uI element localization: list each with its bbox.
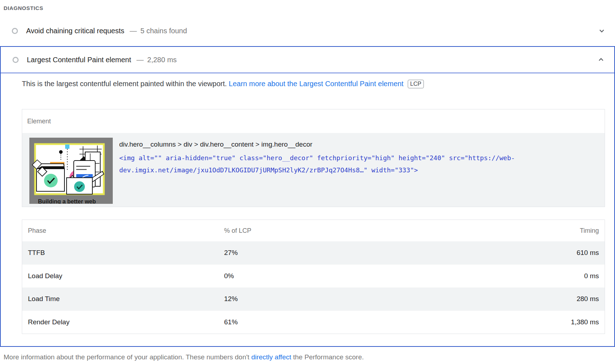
audit-separator: — bbox=[130, 27, 137, 35]
node-snippet-line-2: dev.imgix.net/image/jxu1OdD7LKOGIDU7jURM… bbox=[119, 164, 515, 176]
phase-percent: 0% bbox=[224, 272, 520, 280]
description-text: This is the largest contentful element p… bbox=[22, 80, 229, 88]
phase-label: TTFB bbox=[28, 249, 224, 257]
phase-percent: 12% bbox=[224, 295, 520, 303]
element-card-header: Element bbox=[22, 109, 605, 133]
column-header-timing: Timing bbox=[520, 227, 599, 235]
directly-affect-link[interactable]: directly affect bbox=[251, 353, 291, 361]
informative-ring-icon bbox=[12, 28, 18, 34]
node-info: div.hero__columns > div > div.hero__cont… bbox=[119, 138, 515, 176]
chevron-up-icon[interactable] bbox=[597, 56, 605, 64]
informative-ring-icon bbox=[13, 57, 19, 63]
node-selector: div.hero__columns > div > div.hero__cont… bbox=[119, 140, 515, 149]
thumbnail-caption: Building a better web bbox=[38, 198, 96, 204]
diagnostics-heading: DIAGNOSTICS bbox=[0, 0, 615, 11]
element-card-content: Building a better web div.hero__columns … bbox=[22, 133, 605, 207]
audit-display-value: 5 chains found bbox=[140, 27, 187, 35]
audit-title: Largest Contentful Paint element bbox=[27, 56, 131, 64]
lcp-audit-panel: Largest Contentful Paint element — 2,280… bbox=[0, 46, 615, 347]
phase-label: Load Delay bbox=[28, 272, 224, 280]
phase-percent: 61% bbox=[224, 318, 520, 326]
lcp-element-thumbnail: Building a better web bbox=[29, 138, 113, 204]
lcp-chip: LCP bbox=[408, 80, 424, 88]
phase-table-header: Phase % of LCP Timing bbox=[22, 220, 605, 241]
learn-more-link[interactable]: Learn more about the Largest Contentful … bbox=[229, 80, 403, 88]
footer-text-before: More information about the performance o… bbox=[4, 353, 251, 361]
footer-text-after: the Performance score. bbox=[291, 353, 364, 361]
diagnostics-footer-note: More information about the performance o… bbox=[4, 353, 615, 361]
column-header-percent: % of LCP bbox=[224, 227, 520, 235]
phase-table-row: Load Delay 0% 0 ms bbox=[22, 265, 605, 288]
audit-separator: — bbox=[136, 56, 144, 64]
phase-timing: 1,380 ms bbox=[520, 318, 599, 326]
phase-timing: 0 ms bbox=[520, 272, 599, 280]
phase-table-row: Render Delay 61% 1,380 ms bbox=[22, 311, 605, 334]
audit-display-value: 2,280 ms bbox=[147, 56, 176, 64]
phase-table-row: Load Time 12% 280 ms bbox=[22, 287, 605, 311]
chevron-down-icon[interactable] bbox=[598, 27, 606, 35]
node-snippet: <img alt="" aria-hidden="true" class="he… bbox=[119, 152, 515, 176]
phase-timing: 280 ms bbox=[520, 295, 599, 303]
column-header-phase: Phase bbox=[28, 227, 224, 235]
phase-table-row: TTFB 27% 610 ms bbox=[22, 241, 605, 265]
audit-title: Avoid chaining critical requests bbox=[26, 27, 124, 35]
audit-row-lcp-element[interactable]: Largest Contentful Paint element — 2,280… bbox=[1, 47, 614, 73]
phase-label: Render Delay bbox=[28, 318, 224, 326]
audit-row-critical-requests[interactable]: Avoid chaining critical requests — 5 cha… bbox=[0, 19, 615, 43]
lcp-audit-body: This is the largest contentful element p… bbox=[1, 78, 614, 346]
node-snippet-line-1: <img alt="" aria-hidden="true" class="he… bbox=[119, 152, 515, 164]
phase-table: Phase % of LCP Timing TTFB 27% 610 ms Lo… bbox=[22, 220, 605, 334]
phase-percent: 27% bbox=[224, 249, 520, 257]
phase-timing: 610 ms bbox=[520, 249, 599, 257]
audit-description: This is the largest contentful element p… bbox=[22, 78, 605, 89]
phase-label: Load Time bbox=[28, 295, 224, 303]
element-card: Element bbox=[22, 109, 605, 207]
